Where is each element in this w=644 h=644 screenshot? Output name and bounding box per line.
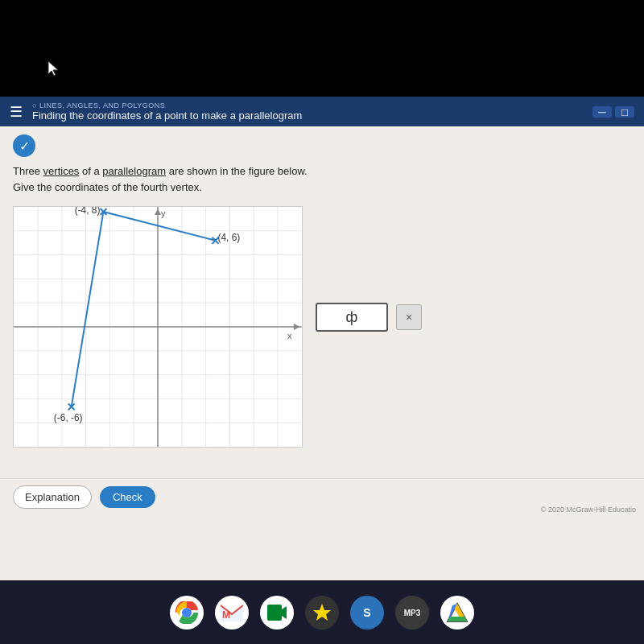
- svg-marker-41: [282, 606, 287, 619]
- answer-close-button[interactable]: ×: [396, 304, 422, 330]
- svg-text:(-6, -6): (-6, -6): [54, 412, 83, 423]
- svg-point-37: [182, 608, 192, 617]
- check-badge: ✓: [13, 134, 35, 157]
- cursor: [47, 60, 61, 80]
- svg-rect-40: [267, 605, 282, 621]
- gmail-icon[interactable]: M: [215, 596, 249, 630]
- meet-icon[interactable]: [260, 596, 294, 630]
- copyright-text: © 2020 McGraw-Hill Educatio: [541, 506, 636, 514]
- svg-text:(-4, 8): (-4, 8): [75, 207, 101, 216]
- svg-text:y: y: [161, 208, 166, 218]
- minimize-button[interactable]: ─: [592, 106, 612, 118]
- drive-icon[interactable]: [440, 596, 474, 630]
- close-window-button[interactable]: □: [615, 106, 634, 118]
- svg-text:M: M: [222, 609, 230, 621]
- main-content: y x: [13, 206, 631, 448]
- problem-line2: Give the coordinates of the fourth verte…: [13, 181, 202, 193]
- coordinate-graph: y x: [14, 207, 302, 447]
- explanation-button[interactable]: Explanation: [13, 485, 92, 509]
- problem-text: Three vertices of a parallelogram are sh…: [13, 163, 631, 195]
- vertices-word: vertices: [43, 165, 80, 177]
- check-button[interactable]: Check: [100, 486, 155, 508]
- chrome-icon[interactable]: [170, 596, 204, 630]
- schoology-icon[interactable]: S: [350, 596, 384, 630]
- input-separator: ф: [346, 309, 358, 326]
- taskbar: M S MP3: [0, 581, 644, 644]
- svg-marker-45: [448, 617, 467, 621]
- mp3-icon[interactable]: MP3: [395, 596, 429, 630]
- svg-text:x: x: [287, 331, 292, 341]
- menu-icon[interactable]: ☰: [10, 103, 23, 121]
- header-subtitle: ○ LINES, ANGLES, AND POLYGONS: [32, 101, 302, 109]
- svg-marker-42: [313, 604, 331, 621]
- answer-area: ф ×: [316, 303, 422, 332]
- header-title: Finding the coordinates of a point to ma…: [32, 109, 302, 122]
- svg-line-26: [103, 212, 215, 241]
- svg-marker-22: [155, 208, 161, 215]
- header-bar: ☰ ○ LINES, ANGLES, AND POLYGONS Finding …: [0, 97, 644, 126]
- svg-text:(4, 6): (4, 6): [218, 232, 241, 243]
- parallelogram-word: parallelogram: [102, 165, 166, 177]
- graph-container: y x: [13, 206, 303, 448]
- svg-marker-23: [294, 324, 300, 330]
- star-icon[interactable]: [305, 596, 339, 630]
- svg-line-27: [72, 212, 104, 407]
- answer-input-box[interactable]: ф: [316, 303, 388, 332]
